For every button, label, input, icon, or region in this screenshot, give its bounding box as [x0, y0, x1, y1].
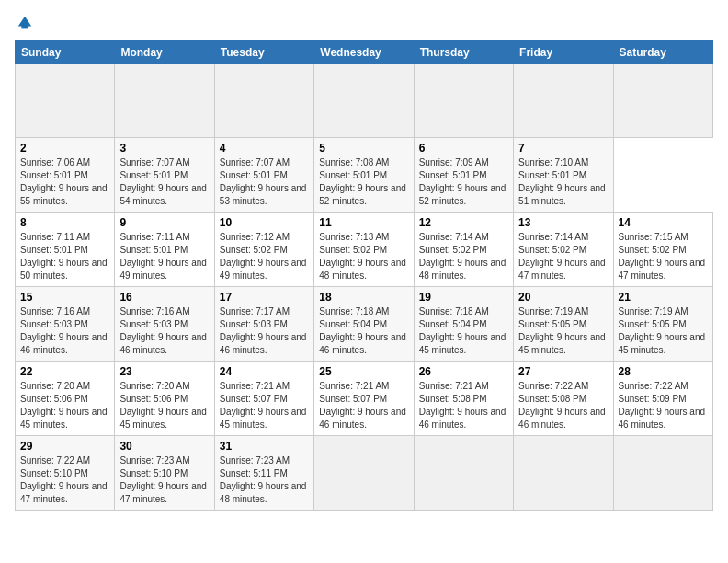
calendar-cell: [314, 64, 414, 138]
day-info: Sunrise: 7:11 AMSunset: 5:01 PMDaylight:…: [20, 231, 109, 282]
calendar-cell: 2Sunrise: 7:06 AMSunset: 5:01 PMDaylight…: [16, 138, 115, 213]
day-number: 12: [419, 216, 508, 229]
calendar-cell: 31Sunrise: 7:23 AMSunset: 5:11 PMDayligh…: [214, 436, 313, 511]
calendar-cell: 16Sunrise: 7:16 AMSunset: 5:03 PMDayligh…: [115, 287, 214, 362]
calendar-week-row: 22Sunrise: 7:20 AMSunset: 5:06 PMDayligh…: [16, 362, 713, 436]
day-number: 13: [518, 216, 608, 229]
calendar-table: SundayMondayTuesdayWednesdayThursdayFrid…: [15, 40, 713, 511]
day-info: Sunrise: 7:18 AMSunset: 5:04 PMDaylight:…: [419, 305, 508, 357]
day-info: Sunrise: 7:14 AMSunset: 5:02 PMDaylight:…: [419, 231, 508, 282]
day-info: Sunrise: 7:13 AMSunset: 5:02 PMDaylight:…: [319, 231, 408, 282]
day-number: 17: [220, 291, 309, 304]
day-number: 6: [419, 142, 508, 155]
day-info: Sunrise: 7:16 AMSunset: 5:03 PMDaylight:…: [119, 305, 209, 357]
day-info: Sunrise: 7:07 AMSunset: 5:01 PMDaylight:…: [119, 156, 209, 208]
calendar-cell: 30Sunrise: 7:23 AMSunset: 5:10 PMDayligh…: [115, 436, 214, 511]
calendar-cell: 7Sunrise: 7:10 AMSunset: 5:01 PMDaylight…: [514, 138, 613, 213]
calendar-cell: 29Sunrise: 7:22 AMSunset: 5:10 PMDayligh…: [16, 436, 115, 511]
day-info: Sunrise: 7:10 AMSunset: 5:01 PMDaylight:…: [518, 156, 608, 208]
calendar-cell: [514, 436, 613, 511]
col-header-friday: Friday: [514, 41, 613, 64]
day-number: 23: [119, 365, 209, 378]
calendar-week-row: 29Sunrise: 7:22 AMSunset: 5:10 PMDayligh…: [16, 436, 713, 511]
day-info: Sunrise: 7:15 AMSunset: 5:02 PMDaylight:…: [619, 231, 708, 282]
calendar-cell: 28Sunrise: 7:22 AMSunset: 5:09 PMDayligh…: [613, 362, 712, 436]
day-number: 30: [119, 440, 209, 453]
day-number: 7: [518, 142, 608, 155]
day-number: 19: [419, 291, 508, 304]
col-header-monday: Monday: [115, 41, 214, 64]
calendar-cell: [214, 64, 313, 138]
calendar-cell: [613, 64, 712, 138]
calendar-cell: 26Sunrise: 7:21 AMSunset: 5:08 PMDayligh…: [414, 362, 513, 436]
calendar-cell: 19Sunrise: 7:18 AMSunset: 5:04 PMDayligh…: [414, 287, 513, 362]
day-number: 25: [319, 365, 408, 378]
calendar-header-row: SundayMondayTuesdayWednesdayThursdayFrid…: [16, 41, 713, 64]
page-header: [15, 15, 713, 31]
col-header-tuesday: Tuesday: [214, 41, 313, 64]
day-number: 10: [220, 216, 309, 229]
day-number: 26: [419, 365, 508, 378]
calendar-cell: 15Sunrise: 7:16 AMSunset: 5:03 PMDayligh…: [16, 287, 115, 362]
day-number: 27: [518, 365, 608, 378]
calendar-cell: 4Sunrise: 7:07 AMSunset: 5:01 PMDaylight…: [214, 138, 313, 213]
day-number: 31: [220, 440, 309, 453]
day-info: Sunrise: 7:11 AMSunset: 5:01 PMDaylight:…: [119, 231, 209, 282]
calendar-cell: 14Sunrise: 7:15 AMSunset: 5:02 PMDayligh…: [613, 213, 712, 287]
day-info: Sunrise: 7:16 AMSunset: 5:03 PMDaylight:…: [20, 305, 109, 357]
calendar-cell: 20Sunrise: 7:19 AMSunset: 5:05 PMDayligh…: [514, 287, 613, 362]
day-info: Sunrise: 7:20 AMSunset: 5:06 PMDaylight:…: [20, 380, 109, 431]
calendar-cell: 12Sunrise: 7:14 AMSunset: 5:02 PMDayligh…: [414, 213, 513, 287]
day-number: 28: [619, 365, 708, 378]
calendar-cell: 25Sunrise: 7:21 AMSunset: 5:07 PMDayligh…: [314, 362, 414, 436]
col-header-saturday: Saturday: [613, 41, 712, 64]
calendar-cell: 8Sunrise: 7:11 AMSunset: 5:01 PMDaylight…: [16, 213, 115, 287]
day-info: Sunrise: 7:18 AMSunset: 5:04 PMDaylight:…: [319, 305, 408, 357]
day-number: 4: [220, 142, 309, 155]
calendar-cell: [514, 64, 613, 138]
col-header-wednesday: Wednesday: [314, 41, 414, 64]
calendar-cell: 17Sunrise: 7:17 AMSunset: 5:03 PMDayligh…: [214, 287, 313, 362]
calendar-cell: 22Sunrise: 7:20 AMSunset: 5:06 PMDayligh…: [16, 362, 115, 436]
calendar-cell: [414, 64, 513, 138]
day-info: Sunrise: 7:21 AMSunset: 5:08 PMDaylight:…: [419, 380, 508, 431]
day-number: 29: [20, 440, 109, 453]
calendar-cell: [115, 64, 214, 138]
calendar-cell: 9Sunrise: 7:11 AMSunset: 5:01 PMDaylight…: [115, 213, 214, 287]
day-number: 15: [20, 291, 109, 304]
col-header-thursday: Thursday: [414, 41, 513, 64]
calendar-cell: [314, 436, 414, 511]
calendar-cell: 10Sunrise: 7:12 AMSunset: 5:02 PMDayligh…: [214, 213, 313, 287]
calendar-cell: 11Sunrise: 7:13 AMSunset: 5:02 PMDayligh…: [314, 213, 414, 287]
logo: [15, 15, 33, 31]
calendar-week-row: 15Sunrise: 7:16 AMSunset: 5:03 PMDayligh…: [16, 287, 713, 362]
day-number: 5: [319, 142, 408, 155]
calendar-cell: 18Sunrise: 7:18 AMSunset: 5:04 PMDayligh…: [314, 287, 414, 362]
day-number: 8: [20, 216, 109, 229]
day-number: 18: [319, 291, 408, 304]
svg-rect-1: [21, 23, 28, 28]
day-number: 20: [518, 291, 608, 304]
day-number: 16: [119, 291, 209, 304]
calendar-cell: [16, 64, 115, 138]
day-number: 11: [319, 216, 408, 229]
col-header-sunday: Sunday: [16, 41, 115, 64]
day-number: 3: [119, 142, 209, 155]
day-info: Sunrise: 7:14 AMSunset: 5:02 PMDaylight:…: [518, 231, 608, 282]
calendar-cell: 3Sunrise: 7:07 AMSunset: 5:01 PMDaylight…: [115, 138, 214, 213]
calendar-cell: 23Sunrise: 7:20 AMSunset: 5:06 PMDayligh…: [115, 362, 214, 436]
day-info: Sunrise: 7:20 AMSunset: 5:06 PMDaylight:…: [119, 380, 209, 431]
day-info: Sunrise: 7:12 AMSunset: 5:02 PMDaylight:…: [220, 231, 309, 282]
day-number: 21: [619, 291, 708, 304]
calendar-cell: 13Sunrise: 7:14 AMSunset: 5:02 PMDayligh…: [514, 213, 613, 287]
day-info: Sunrise: 7:06 AMSunset: 5:01 PMDaylight:…: [20, 156, 109, 208]
day-info: Sunrise: 7:17 AMSunset: 5:03 PMDaylight:…: [220, 305, 309, 357]
calendar-week-row: [16, 64, 713, 138]
calendar-week-row: 8Sunrise: 7:11 AMSunset: 5:01 PMDaylight…: [16, 213, 713, 287]
day-info: Sunrise: 7:22 AMSunset: 5:10 PMDaylight:…: [20, 454, 109, 506]
logo-icon: [17, 15, 33, 31]
calendar-cell: 27Sunrise: 7:22 AMSunset: 5:08 PMDayligh…: [514, 362, 613, 436]
calendar-body: 2Sunrise: 7:06 AMSunset: 5:01 PMDaylight…: [16, 64, 713, 511]
calendar-cell: [414, 436, 513, 511]
day-info: Sunrise: 7:22 AMSunset: 5:09 PMDaylight:…: [619, 380, 708, 431]
